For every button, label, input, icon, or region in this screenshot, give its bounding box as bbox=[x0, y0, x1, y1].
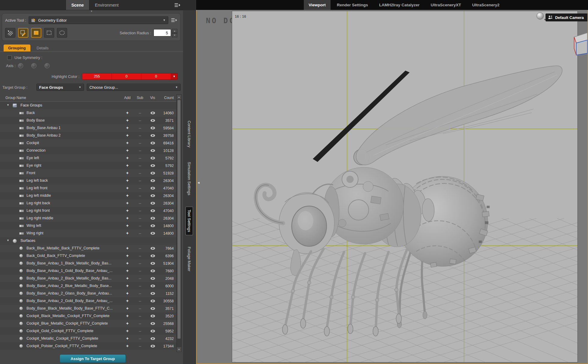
drag-select-tool-button[interactable] bbox=[18, 28, 28, 38]
subtract-from-selection-button[interactable]: – bbox=[135, 321, 145, 326]
eye-icon[interactable] bbox=[151, 194, 155, 197]
assign-to-target-group-button[interactable]: Assign To Target Group bbox=[60, 354, 126, 363]
subtract-from-selection-button[interactable]: – bbox=[135, 223, 145, 228]
add-to-selection-button[interactable]: + bbox=[122, 148, 133, 153]
panel-options-icon[interactable] bbox=[174, 2, 181, 8]
add-to-selection-button[interactable]: + bbox=[122, 223, 133, 228]
highlight-blue-value[interactable]: 0 bbox=[142, 73, 171, 79]
add-to-selection-button[interactable]: + bbox=[122, 329, 133, 333]
add-to-selection-button[interactable]: + bbox=[122, 178, 133, 183]
tree-row[interactable]: Body_Base Anbau 2 + – 39758 bbox=[0, 132, 176, 139]
add-to-selection-button[interactable]: + bbox=[122, 156, 133, 160]
eye-icon[interactable] bbox=[151, 285, 155, 287]
eye-icon[interactable] bbox=[151, 277, 155, 280]
tree-row[interactable]: Cockpit_Polster_Cockpit_FTTV_Complete + … bbox=[0, 342, 176, 350]
subtract-from-selection-button[interactable]: – bbox=[135, 313, 145, 318]
side-pane-tab[interactable]: Tool Settings bbox=[186, 207, 193, 235]
add-to-selection-button[interactable]: + bbox=[122, 171, 133, 175]
selection-radius-input[interactable] bbox=[154, 29, 171, 36]
add-to-selection-button[interactable]: + bbox=[122, 186, 133, 190]
add-to-selection-button[interactable]: + bbox=[122, 276, 133, 281]
subtract-from-selection-button[interactable]: – bbox=[135, 253, 145, 258]
subtract-from-selection-button[interactable]: – bbox=[135, 118, 145, 123]
eye-icon[interactable] bbox=[151, 164, 155, 167]
eye-icon[interactable] bbox=[151, 112, 155, 114]
add-to-selection-button[interactable]: + bbox=[122, 133, 133, 138]
subtract-from-selection-button[interactable]: – bbox=[135, 178, 145, 183]
tree-row[interactable]: Eye left + – 5792 bbox=[0, 154, 176, 162]
add-to-selection-button[interactable]: + bbox=[122, 193, 133, 198]
subtract-from-selection-button[interactable]: – bbox=[135, 208, 145, 213]
camera-selector[interactable]: Default Camera bbox=[546, 14, 587, 21]
scroll-down-icon[interactable]: ▼ bbox=[177, 347, 181, 352]
add-to-selection-button[interactable]: + bbox=[122, 208, 133, 213]
tree-row[interactable]: Front + – 51928 bbox=[0, 169, 176, 177]
tree-row[interactable]: Connection + – 10128 bbox=[0, 147, 176, 154]
viewport-tab[interactable]: UltraSceneryXT bbox=[426, 0, 466, 10]
use-symmetry-checkbox[interactable] bbox=[7, 55, 12, 60]
scrollbar-thumb[interactable] bbox=[177, 100, 181, 339]
panel-tab[interactable]: Scene bbox=[66, 0, 89, 10]
draw-style-sphere-icon[interactable] bbox=[537, 12, 544, 20]
add-to-selection-button[interactable]: + bbox=[122, 125, 133, 130]
subtract-from-selection-button[interactable]: – bbox=[135, 329, 145, 333]
add-to-selection-button[interactable]: + bbox=[122, 306, 133, 311]
panel-tab[interactable]: Environment bbox=[89, 0, 124, 10]
eye-icon[interactable] bbox=[151, 127, 155, 129]
axis-y-radio[interactable] bbox=[31, 63, 36, 68]
choose-group-dropdown[interactable]: Choose Group... ▼ bbox=[87, 84, 181, 91]
subtract-from-selection-button[interactable]: – bbox=[135, 344, 145, 348]
tree-row[interactable]: Cockpit + – 69416 bbox=[0, 139, 176, 147]
add-to-selection-button[interactable]: + bbox=[122, 268, 133, 273]
tree-row[interactable]: Body_Base_Anbau_2_Glass_Body_Base_Anbau.… bbox=[0, 290, 176, 297]
subtract-from-selection-button[interactable]: – bbox=[135, 291, 145, 296]
orientation-cube-gizmo[interactable] bbox=[572, 29, 587, 58]
subtract-from-selection-button[interactable]: – bbox=[135, 261, 145, 266]
tree-row[interactable]: Leg left back + – 26304 bbox=[0, 177, 176, 184]
eye-icon[interactable] bbox=[151, 307, 155, 310]
add-to-selection-button[interactable]: + bbox=[122, 216, 133, 221]
side-pane-tab[interactable]: Simulation Settings bbox=[186, 159, 193, 198]
eye-icon[interactable] bbox=[151, 142, 155, 144]
tree-row[interactable]: Cockpit_Blue_Metallic_Cockpit_FTTV_Compl… bbox=[0, 320, 176, 327]
add-to-selection-button[interactable]: + bbox=[122, 261, 133, 266]
add-to-selection-button[interactable]: + bbox=[122, 118, 133, 123]
marquee-select-tool-button[interactable] bbox=[44, 28, 54, 38]
tree-row[interactable]: Back + – 14060 bbox=[0, 109, 176, 117]
tree-row[interactable]: Body_Base_Anbau_2_Black_Metallic_Body_Ba… bbox=[0, 275, 176, 282]
tree-row[interactable]: Back_Gold_Back_FTTV_Complete + – 6396 bbox=[0, 252, 176, 260]
subtract-from-selection-button[interactable]: – bbox=[135, 268, 145, 273]
add-to-selection-button[interactable]: + bbox=[122, 246, 133, 251]
eye-icon[interactable] bbox=[151, 330, 155, 332]
add-to-selection-button[interactable]: + bbox=[122, 336, 133, 341]
subtract-from-selection-button[interactable]: – bbox=[135, 171, 145, 175]
highlight-color-dropdown[interactable]: ▼ bbox=[171, 73, 178, 80]
add-to-selection-button[interactable]: + bbox=[122, 344, 133, 348]
tree-row[interactable]: Body_Base_Anbau_1_Gold_Body_Base_Anbau_.… bbox=[0, 267, 176, 275]
subtract-from-selection-button[interactable]: – bbox=[135, 298, 145, 303]
tree-row[interactable]: Body_Base_Black_Metallic_Body_Base_FTTV_… bbox=[0, 305, 176, 312]
subtract-from-selection-button[interactable]: – bbox=[135, 231, 145, 236]
eye-icon[interactable] bbox=[151, 179, 155, 182]
tree-row[interactable]: Body Base + – 3571 bbox=[0, 117, 176, 124]
subtract-from-selection-button[interactable]: – bbox=[135, 336, 145, 341]
viewport-tab[interactable]: UltraScenery2 bbox=[467, 0, 504, 10]
tree-row[interactable]: Leg right middle + – 26304 bbox=[0, 214, 176, 222]
subtract-from-selection-button[interactable]: – bbox=[135, 156, 145, 160]
disclosure-triangle-icon[interactable]: ▼ bbox=[7, 239, 9, 242]
viewport-tab[interactable]: LAMH2Iray Catalyzer bbox=[374, 0, 424, 10]
tool-options-icon[interactable] bbox=[171, 17, 177, 23]
tree-row[interactable]: Leg left front + – 47040 bbox=[0, 184, 176, 192]
tree-row[interactable]: Eye right + – 5792 bbox=[0, 162, 176, 169]
tree-row[interactable]: Cockpit_Black_Metallic_Cockpit_FTTV_Comp… bbox=[0, 312, 176, 320]
side-pane-tab[interactable]: Content Library bbox=[186, 118, 193, 150]
tree-row[interactable]: Leg left middle + – 26304 bbox=[0, 192, 176, 199]
eye-icon[interactable] bbox=[151, 209, 155, 212]
subtract-from-selection-button[interactable]: – bbox=[135, 186, 145, 190]
rect-select-tool-button[interactable] bbox=[31, 28, 41, 38]
sub-tab[interactable]: Details bbox=[32, 45, 53, 51]
active-tool-dropdown[interactable]: Geometry Editor ▼ bbox=[29, 16, 168, 24]
subtract-from-selection-button[interactable]: – bbox=[135, 148, 145, 153]
eye-icon[interactable] bbox=[151, 345, 155, 347]
add-to-selection-button[interactable]: + bbox=[122, 110, 133, 115]
